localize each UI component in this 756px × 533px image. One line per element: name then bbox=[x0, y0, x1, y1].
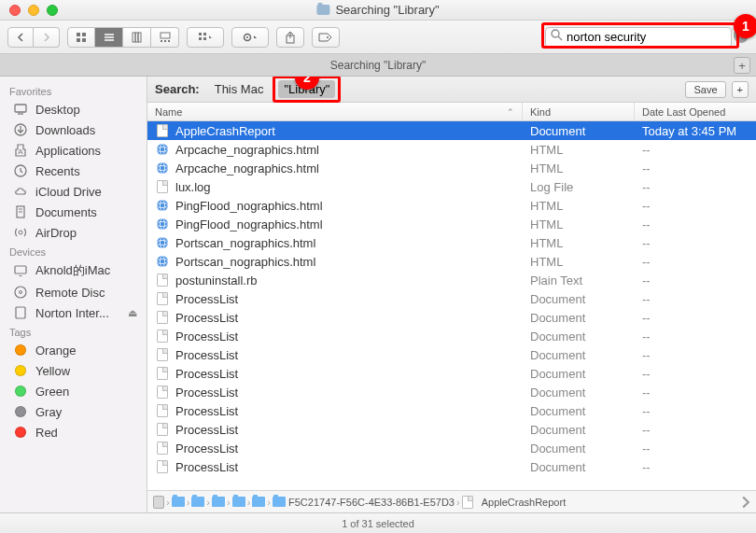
column-name[interactable]: Name⌃ bbox=[147, 103, 523, 120]
sidebar-item-red[interactable]: Red bbox=[0, 422, 147, 442]
table-row[interactable]: ProcessListDocument-- bbox=[147, 439, 756, 457]
sidebar-item-desktop[interactable]: Desktop bbox=[0, 99, 147, 119]
action-button[interactable] bbox=[231, 27, 269, 48]
close-window-button[interactable] bbox=[9, 5, 21, 16]
table-row[interactable]: Portscan_nographics.htmlHTML-- bbox=[147, 252, 756, 271]
scope-library[interactable]: "Library" bbox=[278, 80, 335, 98]
table-row[interactable]: postuninstall.rbPlain Text-- bbox=[147, 271, 756, 289]
table-row[interactable]: Arpcache_nographics.htmlHTML-- bbox=[147, 140, 756, 159]
folder-icon bbox=[252, 497, 265, 507]
sidebar-item-recents[interactable]: Recents bbox=[0, 161, 147, 181]
column-kind[interactable]: Kind bbox=[523, 103, 635, 120]
edit-tags-button[interactable] bbox=[312, 27, 340, 48]
file-date: -- bbox=[635, 143, 756, 157]
svg-rect-2 bbox=[77, 38, 80, 42]
tab-label[interactable]: Searching "Library" bbox=[330, 59, 427, 72]
status-bar: 1 of 31 selected bbox=[0, 512, 756, 533]
table-row[interactable]: PingFlood_nographics.htmlHTML-- bbox=[147, 215, 756, 233]
sidebar-item-green[interactable]: Green bbox=[0, 381, 147, 401]
table-row[interactable]: ProcessListDocument-- bbox=[147, 289, 756, 308]
table-row[interactable]: ProcessListDocument-- bbox=[147, 457, 756, 476]
sidebar-item-yellow[interactable]: Yellow bbox=[0, 360, 147, 381]
document-file-icon bbox=[155, 422, 170, 437]
file-date: -- bbox=[635, 404, 756, 418]
view-buttons bbox=[67, 27, 179, 48]
table-row[interactable]: ProcessListDocument-- bbox=[147, 345, 756, 364]
gallery-view-button[interactable] bbox=[151, 27, 179, 48]
search-input[interactable] bbox=[545, 27, 732, 48]
sidebar-item-icloud-drive[interactable]: iCloud Drive bbox=[0, 181, 147, 202]
forward-button[interactable] bbox=[34, 27, 60, 48]
svg-rect-14 bbox=[199, 33, 202, 35]
path-segment[interactable]: AppleCrashReport bbox=[462, 496, 567, 509]
sidebar-item-downloads[interactable]: Downloads bbox=[0, 119, 147, 140]
save-search-button[interactable]: Save bbox=[685, 81, 725, 98]
table-row[interactable]: ProcessListDocument-- bbox=[147, 383, 756, 401]
file-name: PingFlood_nographics.html bbox=[175, 199, 523, 213]
file-name: ProcessList bbox=[175, 330, 523, 344]
back-button[interactable] bbox=[7, 27, 34, 48]
sidebar-item-gray[interactable]: Gray bbox=[0, 401, 147, 422]
list-view-button[interactable] bbox=[95, 27, 123, 48]
column-date[interactable]: Date Last Opened bbox=[635, 103, 756, 120]
sidebar-item-applications[interactable]: AApplications bbox=[0, 140, 147, 161]
zoom-window-button[interactable] bbox=[47, 5, 58, 16]
path-segment[interactable] bbox=[191, 497, 204, 507]
file-date: -- bbox=[635, 442, 756, 456]
svg-line-23 bbox=[558, 36, 562, 40]
svg-point-40 bbox=[157, 162, 168, 174]
content-area: Search: This Mac "Library" Save + 2 Name… bbox=[147, 77, 756, 512]
svg-rect-0 bbox=[77, 33, 80, 36]
file-date: -- bbox=[635, 236, 756, 250]
document-file-icon bbox=[155, 179, 170, 194]
file-date: -- bbox=[635, 217, 756, 231]
table-row[interactable]: ProcessListDocument-- bbox=[147, 420, 756, 439]
table-row[interactable]: lux.logLog File-- bbox=[147, 177, 756, 196]
path-bar: › › › › › › F5C21747-F56C-4E33-86B1-E57D… bbox=[147, 490, 756, 512]
sidebar-item-label: Red bbox=[35, 426, 58, 440]
document-file-icon bbox=[155, 459, 170, 474]
table-row[interactable]: ProcessListDocument-- bbox=[147, 401, 756, 420]
icon-view-button[interactable] bbox=[67, 27, 95, 48]
svg-point-35 bbox=[20, 291, 22, 294]
chevron-right-icon[interactable] bbox=[739, 496, 752, 509]
svg-rect-33 bbox=[15, 266, 26, 274]
path-segment[interactable] bbox=[252, 497, 265, 507]
file-kind: Log File bbox=[523, 180, 635, 194]
table-row[interactable]: Arpcache_nographics.htmlHTML-- bbox=[147, 159, 756, 177]
table-row[interactable]: ProcessListDocument-- bbox=[147, 327, 756, 345]
file-date: -- bbox=[635, 180, 756, 194]
eject-icon[interactable]: ⏏ bbox=[128, 307, 137, 319]
table-row[interactable]: Portscan_nographics.htmlHTML-- bbox=[147, 233, 756, 252]
table-row[interactable]: AppleCrashReportDocumentToday at 3:45 PM bbox=[147, 121, 756, 140]
file-date: -- bbox=[635, 311, 756, 325]
path-segment[interactable] bbox=[232, 497, 245, 507]
tag-icon bbox=[318, 33, 333, 42]
minimize-window-button[interactable] bbox=[28, 5, 39, 16]
sidebar-item-aknold-imac[interactable]: Aknold的iMac bbox=[0, 259, 147, 282]
tab-bar: Searching "Library" + bbox=[0, 54, 756, 77]
path-segment[interactable] bbox=[153, 496, 164, 509]
path-segment[interactable]: F5C21747-F56C-4E33-86B1-E57D3 bbox=[273, 497, 455, 508]
column-view-button[interactable] bbox=[123, 27, 151, 48]
add-criteria-button[interactable]: + bbox=[732, 81, 749, 98]
new-tab-button[interactable]: + bbox=[734, 57, 750, 74]
file-list[interactable]: AppleCrashReportDocumentToday at 3:45 PM… bbox=[147, 121, 756, 490]
table-row[interactable]: ProcessListDocument-- bbox=[147, 364, 756, 383]
table-row[interactable]: ProcessListDocument-- bbox=[147, 308, 756, 327]
sidebar-heading-devices: Devices bbox=[0, 243, 147, 259]
share-button[interactable] bbox=[276, 27, 304, 48]
sidebar-item-norton-inter-[interactable]: Norton Inter...⏏ bbox=[0, 302, 147, 323]
svg-point-37 bbox=[157, 144, 168, 155]
sidebar-item-airdrop[interactable]: AirDrop bbox=[0, 222, 147, 243]
scope-this-mac[interactable]: This Mac bbox=[209, 80, 270, 98]
sidebar-item-orange[interactable]: Orange bbox=[0, 340, 147, 360]
sidebar-item-remote-disc[interactable]: Remote Disc bbox=[0, 282, 147, 302]
arrange-button[interactable] bbox=[187, 27, 224, 48]
path-segment[interactable] bbox=[212, 497, 225, 507]
folder-icon bbox=[212, 497, 225, 507]
table-row[interactable]: PingFlood_nographics.htmlHTML-- bbox=[147, 196, 756, 215]
path-segment[interactable] bbox=[172, 497, 185, 507]
sidebar-item-documents[interactable]: Documents bbox=[0, 202, 147, 222]
tag-dot-icon bbox=[13, 363, 28, 378]
